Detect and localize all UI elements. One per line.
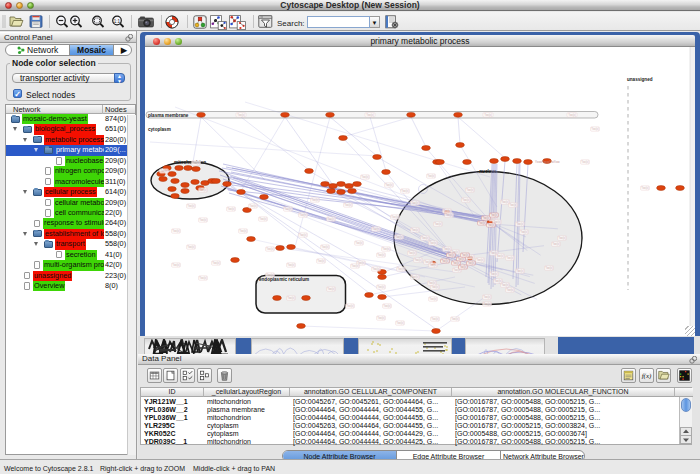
svg-text:Yxx(x): Yxx(x) — [483, 302, 491, 306]
svg-text:Yxx(x): Yxx(x) — [327, 287, 335, 291]
svg-text:Yxx(x): Yxx(x) — [377, 316, 385, 320]
svg-text:Yxx(x): Yxx(x) — [501, 200, 509, 204]
svg-text:Yxx(x): Yxx(x) — [421, 236, 429, 240]
svg-text:Yxx(x): Yxx(x) — [382, 247, 390, 251]
svg-text:Yxx(x): Yxx(x) — [516, 269, 524, 273]
svg-text:Yxx(x): Yxx(x) — [478, 221, 486, 225]
svg-text:Yxx(x): Yxx(x) — [187, 204, 195, 208]
svg-text:plasma membrane: plasma membrane — [148, 113, 189, 118]
svg-text:Yxx(x): Yxx(x) — [397, 267, 405, 271]
svg-text:Yxx(x): Yxx(x) — [172, 263, 180, 267]
svg-text:Yxx(x): Yxx(x) — [581, 160, 589, 164]
svg-text:Yxx(x): Yxx(x) — [266, 247, 274, 251]
svg-text:Yxx(x): Yxx(x) — [355, 241, 363, 245]
svg-text:unassigned: unassigned — [627, 77, 653, 82]
svg-text:Yxx(x): Yxx(x) — [172, 229, 180, 233]
svg-text:Yxx(x): Yxx(x) — [344, 203, 352, 207]
svg-text:YxxxxYxxxxYxxYxxx: YxxxxYxxxxYxxYxxx — [535, 160, 560, 164]
svg-text:Yxx(x): Yxx(x) — [299, 213, 307, 217]
svg-text:Yxx(x): Yxx(x) — [457, 257, 465, 261]
svg-text:Yxx(x): Yxx(x) — [383, 304, 391, 308]
svg-text:Yxx(x): Yxx(x) — [199, 218, 207, 222]
svg-text:Yxx(x): Yxx(x) — [451, 317, 459, 321]
svg-text:Yxx(x): Yxx(x) — [327, 217, 335, 221]
svg-text:Yxx(x): Yxx(x) — [443, 247, 451, 251]
svg-text:Yxx(x): Yxx(x) — [396, 321, 404, 325]
svg-text:Yxx(x): Yxx(x) — [385, 183, 393, 187]
svg-text:Yxx(x): Yxx(x) — [483, 295, 491, 299]
svg-text:Yxx(x): Yxx(x) — [160, 169, 168, 173]
svg-text:Yxx(x): Yxx(x) — [516, 222, 524, 226]
svg-text:Yxx(x): Yxx(x) — [187, 245, 195, 249]
svg-text:Yxx(x): Yxx(x) — [429, 241, 437, 245]
svg-text:Yxx(x): Yxx(x) — [459, 265, 467, 269]
svg-text:Yxx(x): Yxx(x) — [259, 217, 267, 221]
svg-text:Yxx(x): Yxx(x) — [366, 113, 374, 117]
svg-text:Yxx(x): Yxx(x) — [447, 253, 455, 257]
svg-text:Yxx(x): Yxx(x) — [520, 230, 528, 234]
svg-text:Yxx(x): Yxx(x) — [506, 256, 514, 260]
svg-text:Yxx(x): Yxx(x) — [411, 275, 419, 279]
svg-text:cytoplasm: cytoplasm — [148, 127, 171, 132]
svg-text:Yxx(x): Yxx(x) — [346, 304, 354, 308]
svg-text:Yxx(x): Yxx(x) — [476, 258, 484, 262]
svg-text:Yxx(x): Yxx(x) — [482, 216, 490, 220]
svg-text:Yxx(x): Yxx(x) — [239, 229, 247, 233]
svg-text:Yxx(x): Yxx(x) — [506, 288, 514, 292]
svg-text:Yxx(x): Yxx(x) — [466, 188, 474, 192]
svg-text:Yxx(x): Yxx(x) — [461, 253, 469, 257]
svg-text:1:1: 1:1 — [114, 19, 121, 24]
svg-text:Yxx(x): Yxx(x) — [408, 251, 416, 255]
svg-text:Yxx(x): Yxx(x) — [372, 227, 380, 231]
svg-text:Yxx(x): Yxx(x) — [591, 127, 599, 131]
svg-text:Yxx(x): Yxx(x) — [431, 317, 439, 321]
svg-text:Yxx(x): Yxx(x) — [429, 297, 437, 301]
svg-text:Yxx(x): Yxx(x) — [428, 281, 436, 285]
svg-text:Yxx(x): Yxx(x) — [558, 236, 566, 240]
svg-text:mitochondrion: mitochondrion — [174, 160, 206, 165]
svg-text:Yxx(x): Yxx(x) — [467, 261, 475, 265]
svg-text:Yxx(x): Yxx(x) — [427, 174, 435, 178]
svg-text:Yxx(x): Yxx(x) — [509, 203, 517, 207]
svg-text:f(x): f(x) — [642, 372, 652, 380]
svg-text:Yxx(x): Yxx(x) — [377, 253, 385, 257]
svg-text:Yxx(x): Yxx(x) — [434, 222, 442, 226]
svg-text:Yxx(x): Yxx(x) — [641, 186, 649, 190]
svg-text:Yxx(x): Yxx(x) — [372, 267, 380, 271]
svg-text:Yxx(x): Yxx(x) — [287, 263, 295, 267]
svg-text:Yxx(x): Yxx(x) — [411, 201, 419, 205]
svg-text:Yxx(x): Yxx(x) — [199, 188, 207, 192]
svg-text:Yxx(x): Yxx(x) — [494, 279, 502, 283]
svg-text:Yxx(x): Yxx(x) — [431, 285, 439, 289]
svg-text:Yxx(x): Yxx(x) — [401, 189, 409, 193]
svg-text:Yxx(x): Yxx(x) — [429, 263, 437, 267]
svg-text:Yxx(x): Yxx(x) — [266, 273, 274, 277]
svg-text:Yxx(x): Yxx(x) — [227, 207, 235, 211]
svg-text:Yxx(x): Yxx(x) — [395, 235, 403, 239]
svg-text:Yxx(x): Yxx(x) — [287, 296, 295, 300]
svg-text:Yxx(x): Yxx(x) — [361, 175, 369, 179]
svg-text:Yxx(x): Yxx(x) — [317, 259, 325, 263]
svg-text:Yxx(x): Yxx(x) — [311, 198, 319, 202]
svg-text:Yxx(x): Yxx(x) — [490, 213, 498, 217]
svg-text:Yxx(x): Yxx(x) — [568, 113, 576, 117]
svg-text:Yxx(x): Yxx(x) — [445, 213, 453, 217]
svg-text:Yxx(x): Yxx(x) — [192, 161, 200, 165]
svg-text:Yxx(x): Yxx(x) — [391, 215, 399, 219]
svg-text:Yxx(x): Yxx(x) — [501, 283, 509, 287]
svg-text:Yxx(x): Yxx(x) — [299, 233, 307, 237]
svg-text:Yxx(x): Yxx(x) — [351, 264, 359, 268]
svg-text:Yxx(x): Yxx(x) — [484, 113, 492, 117]
svg-text:Yxx(x): Yxx(x) — [490, 272, 498, 276]
svg-text:Yxx(x): Yxx(x) — [321, 245, 329, 249]
svg-text:Yxx(x): Yxx(x) — [452, 261, 460, 265]
svg-text:Yxx(x): Yxx(x) — [199, 276, 207, 280]
svg-text:Yxx(x): Yxx(x) — [411, 228, 419, 232]
svg-text:Yxx(x): Yxx(x) — [552, 242, 560, 246]
svg-text:Yxx(x): Yxx(x) — [414, 258, 422, 262]
svg-text:Yxx(x): Yxx(x) — [377, 285, 385, 289]
svg-text:Yxx(x): Yxx(x) — [487, 223, 495, 227]
svg-text:Yxx(x): Yxx(x) — [237, 113, 245, 117]
svg-text:Yxx(x): Yxx(x) — [496, 254, 504, 258]
svg-text:Yxx(x): Yxx(x) — [545, 266, 553, 270]
